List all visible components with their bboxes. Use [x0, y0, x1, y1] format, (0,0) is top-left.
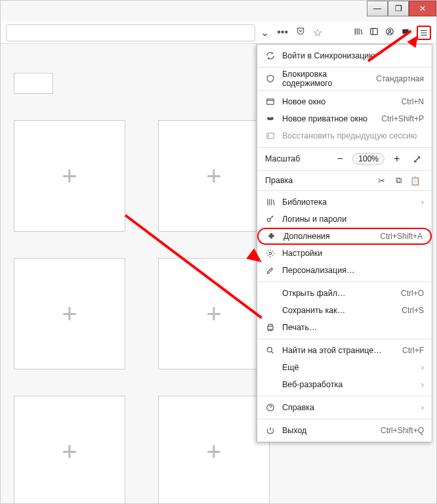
pocket-icon[interactable]	[296, 26, 305, 39]
menu-shortcut: Ctrl+S	[402, 306, 424, 315]
toolbar: ⌄ ••• ☆	[1, 22, 436, 44]
menu-shortcut: Ctrl+Shift+A	[380, 232, 423, 241]
minimize-button[interactable]: —	[367, 1, 388, 16]
svg-rect-0	[371, 28, 378, 34]
menu-item-content-blocking[interactable]: Блокировка содержимого Стандартная	[257, 70, 432, 87]
menu-item-logins[interactable]: Логины и пароли	[257, 211, 432, 228]
zoom-out-button[interactable]: −	[333, 152, 347, 166]
chevron-right-icon: ›	[421, 403, 424, 412]
menu-label: Веб-разработка	[282, 380, 415, 389]
menu-item-save-as[interactable]: Сохранить как… Ctrl+S	[257, 302, 432, 319]
top-site-tile[interactable]: +	[14, 258, 125, 369]
menu-label: Библиотека	[282, 198, 415, 207]
restore-icon	[265, 131, 276, 140]
menu-item-help[interactable]: Справка ›	[257, 399, 432, 416]
menu-item-sync[interactable]: Войти в Синхронизацию	[257, 47, 432, 64]
help-icon	[265, 403, 276, 412]
menu-edit-row: Правка ✂ ⧉ 📋	[257, 171, 432, 190]
menu-shortcut: Ctrl+F	[402, 346, 424, 355]
chevron-right-icon: ›	[421, 198, 424, 207]
top-site-tile[interactable]: +	[14, 120, 125, 232]
menu-item-find[interactable]: Найти на этой странице… Ctrl+F	[257, 342, 432, 359]
copy-button[interactable]: ⧉	[390, 176, 407, 186]
menu-item-settings[interactable]: Настройки	[257, 245, 432, 262]
menu-value: Стандартная	[376, 74, 424, 83]
menu-label: Персонализация…	[282, 266, 424, 275]
print-icon	[265, 323, 276, 332]
menu-label: Открыть файл…	[282, 289, 394, 298]
chevron-right-icon: ›	[421, 380, 424, 389]
menu-label: Новое приватное окно	[282, 114, 375, 123]
menu-label: Справка	[282, 403, 415, 412]
menu-item-customize[interactable]: Персонализация…	[257, 262, 432, 279]
menu-label: Найти на этой странице…	[282, 346, 396, 355]
menu-label: Печать…	[282, 323, 424, 332]
svg-point-9	[267, 347, 272, 352]
library-icon[interactable]	[354, 27, 363, 39]
close-button[interactable]: ✕	[409, 1, 436, 16]
key-icon	[265, 215, 276, 224]
top-site-tile[interactable]: +	[14, 396, 125, 504]
menu-label: Настройки	[282, 249, 424, 258]
menu-label: Войти в Синхронизацию	[282, 51, 424, 60]
shield-icon	[265, 74, 276, 83]
menu-shortcut: Ctrl+Shift+Q	[381, 426, 424, 435]
svg-rect-4	[267, 99, 274, 104]
menu-item-more[interactable]: Ещё ›	[257, 359, 432, 376]
menu-shortcut: Ctrl+N	[402, 97, 424, 106]
menu-label: Дополнения	[283, 232, 373, 241]
chevron-right-icon: ›	[421, 363, 424, 372]
puzzle-icon	[266, 232, 277, 241]
menu-item-restore-session: Восстановить предыдущую сессию	[257, 127, 432, 144]
address-bar-icons: ⌄ ••• ☆	[255, 26, 327, 39]
svg-rect-8	[268, 326, 273, 329]
svg-point-2	[388, 30, 391, 32]
page-actions-icon[interactable]: •••	[277, 26, 288, 39]
menu-item-private-window[interactable]: Новое приватное окно Ctrl+Shift+P	[257, 110, 432, 127]
app-menu: Войти в Синхронизацию Блокировка содержи…	[257, 44, 432, 442]
menu-item-new-window[interactable]: Новое окно Ctrl+N	[257, 93, 432, 110]
sidebar-icon[interactable]	[369, 27, 379, 39]
menu-item-webdev[interactable]: Веб-разработка ›	[257, 376, 432, 393]
sync-icon	[265, 51, 276, 60]
menu-label: Выход	[282, 426, 374, 435]
bookmark-star-icon[interactable]: ☆	[313, 26, 322, 39]
fullscreen-button[interactable]: ⤢	[409, 152, 424, 166]
menu-label: Ещё	[282, 363, 415, 372]
top-site-tile[interactable]: +	[158, 258, 270, 369]
top-site-tile[interactable]: +	[158, 120, 270, 232]
history-dropdown-icon[interactable]: ⌄	[260, 26, 269, 39]
mask-icon	[265, 114, 276, 123]
power-icon	[265, 426, 276, 435]
top-site-tile[interactable]: +	[158, 396, 270, 504]
zoom-label: Масштаб	[265, 154, 327, 163]
menu-label: Новое окно	[282, 97, 395, 106]
window-controls: — ❐ ✕	[367, 1, 436, 16]
menu-zoom-row: Масштаб − 100% + ⤢	[257, 148, 432, 170]
zoom-in-button[interactable]: +	[390, 152, 404, 166]
maximize-button[interactable]: ❐	[388, 1, 409, 16]
library-icon	[265, 198, 276, 207]
menu-shortcut: Ctrl+O	[401, 289, 424, 298]
menu-shortcut: Ctrl+Shift+P	[381, 114, 424, 123]
menu-item-print[interactable]: Печать…	[257, 319, 432, 336]
edit-label: Правка	[265, 176, 373, 185]
menu-item-addons[interactable]: Дополнения Ctrl+Shift+A	[257, 228, 432, 245]
account-icon[interactable]	[385, 27, 394, 39]
zoom-value[interactable]: 100%	[352, 153, 385, 165]
menu-label: Восстановить предыдущую сессию	[282, 131, 424, 140]
address-bar[interactable]	[6, 24, 255, 41]
menu-item-open-file[interactable]: Открыть файл… Ctrl+O	[257, 285, 432, 302]
menu-item-exit[interactable]: Выход Ctrl+Shift+Q	[257, 422, 432, 439]
search-box-fragment[interactable]	[14, 73, 53, 94]
paste-button[interactable]: 📋	[407, 176, 424, 186]
svg-point-6	[267, 219, 270, 222]
menu-label: Блокировка содержимого	[282, 70, 369, 88]
cut-button[interactable]: ✂	[373, 176, 390, 186]
menu-item-library[interactable]: Библиотека ›	[257, 194, 432, 211]
brush-icon	[265, 266, 276, 275]
menu-label: Логины и пароли	[282, 215, 424, 224]
window-icon	[265, 97, 276, 106]
gear-icon	[265, 249, 276, 258]
svg-point-7	[269, 252, 272, 255]
